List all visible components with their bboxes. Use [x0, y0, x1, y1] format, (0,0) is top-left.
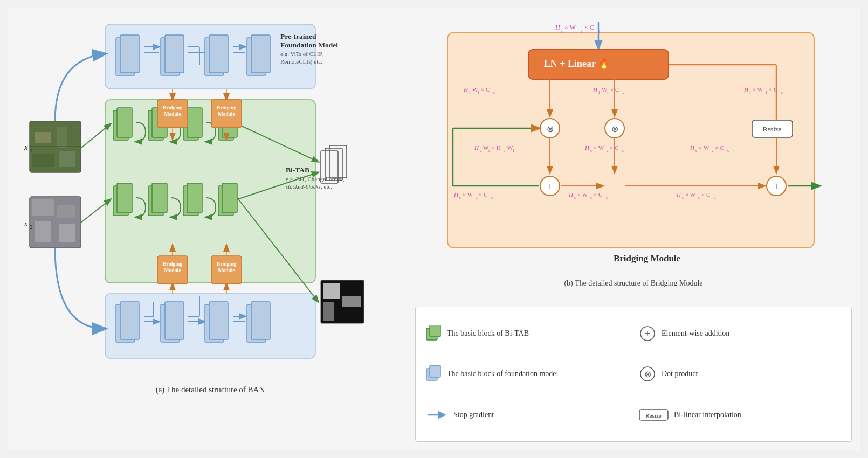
- svg-text:c: c: [714, 195, 716, 200]
- plus-circle-icon: +: [639, 325, 656, 342]
- svg-text:Bridging Module: Bridging Module: [614, 253, 681, 263]
- svg-text:Module: Module: [164, 112, 181, 117]
- legend-resize-label: Bi-linear interpolation: [674, 411, 741, 419]
- svg-text:1: 1: [30, 147, 33, 154]
- svg-text:c: c: [488, 148, 491, 153]
- svg-text:c: c: [695, 148, 698, 153]
- svg-text:c: c: [493, 90, 495, 95]
- svg-rect-6: [165, 35, 184, 73]
- svg-rect-66: [323, 302, 334, 321]
- svg-text:+: +: [774, 181, 779, 192]
- svg-text:× W: × W: [699, 144, 709, 151]
- svg-text:× C: × C: [584, 24, 594, 31]
- svg-text:c: c: [682, 195, 684, 200]
- svg-text:, etc.: , etc.: [321, 183, 332, 190]
- diagram-b-container: H f × W f × C f LN + Linear 🔥 H f W f × …: [415, 16, 852, 299]
- svg-text:H: H: [676, 191, 681, 198]
- legend-container: The basic block of Bi-TAB + Element-wise…: [415, 307, 852, 442]
- legend-times-label: Dot product: [662, 370, 698, 378]
- left-panel: Pre-trained Foundation Model e.g. ViTs o…: [16, 16, 404, 442]
- svg-text:f: f: [478, 90, 479, 95]
- svg-text:H: H: [463, 86, 469, 93]
- svg-rect-38: [187, 183, 202, 213]
- svg-text:× W: × W: [564, 24, 576, 31]
- svg-text:⊗: ⊗: [644, 370, 651, 379]
- svg-text:c: c: [606, 195, 608, 200]
- diagram-b-svg: H f × W f × C f LN + Linear 🔥 H f W f × …: [415, 16, 852, 296]
- svg-text:stacked-blocks: stacked-blocks: [286, 183, 321, 190]
- svg-text:× C: × C: [479, 191, 487, 198]
- svg-rect-73: [30, 197, 81, 248]
- svg-rect-62: [251, 302, 270, 339]
- svg-rect-34: [117, 183, 132, 213]
- svg-text:e.g. ViTs of CLIP,: e.g. ViTs of CLIP,: [280, 51, 323, 57]
- svg-text:c: c: [781, 90, 783, 95]
- svg-text:x: x: [24, 219, 28, 228]
- svg-rect-30: [187, 108, 202, 137]
- svg-rect-69: [30, 121, 81, 172]
- svg-rect-201: [430, 325, 440, 337]
- svg-rect-65: [342, 296, 361, 307]
- svg-text:× W: × W: [594, 144, 604, 151]
- svg-text:× W: × W: [685, 191, 696, 198]
- svg-text:c: c: [712, 148, 714, 153]
- svg-text:(b) The detailed structure of : (b) The detailed structure of Bridging M…: [564, 279, 702, 288]
- legend-item-plus: + Element-wise addition: [639, 325, 841, 342]
- svg-text:Module: Module: [218, 112, 235, 117]
- svg-text:f: f: [513, 148, 514, 153]
- svg-text:f: f: [598, 90, 600, 95]
- svg-text:f: f: [504, 148, 506, 153]
- diagram-a: Pre-trained Foundation Model e.g. ViTs o…: [22, 16, 399, 383]
- svg-text:2: 2: [30, 224, 33, 230]
- svg-text:Resize: Resize: [763, 125, 782, 133]
- svg-rect-58: [209, 302, 228, 339]
- svg-text:Pre-trained: Pre-trained: [280, 32, 316, 40]
- svg-text:c: c: [574, 195, 576, 200]
- legend-item-blue-arrow: Stop gradient: [426, 411, 628, 419]
- svg-text:e.g. BiT, ChangeFormer,: e.g. BiT, ChangeFormer,: [286, 176, 345, 182]
- svg-text:H: H: [568, 191, 574, 198]
- svg-text:c: c: [476, 195, 478, 200]
- svg-text:Foundation Model: Foundation Model: [280, 41, 338, 49]
- blue-arrow-icon: [426, 411, 448, 419]
- green-block-icon: [426, 325, 442, 342]
- svg-rect-20: [105, 100, 315, 283]
- svg-text:c: c: [459, 195, 461, 200]
- svg-text:LN + Linear 🔥: LN + Linear 🔥: [544, 58, 610, 70]
- svg-text:Resize: Resize: [645, 412, 661, 419]
- svg-text:× H: × H: [492, 144, 501, 151]
- legend-blue-arrow-label: Stop gradient: [453, 411, 494, 419]
- svg-text:RemoteCLIP, etc.: RemoteCLIP, etc.: [280, 58, 322, 65]
- svg-text:Bi-TAB: Bi-TAB: [286, 166, 309, 174]
- svg-text:Module: Module: [164, 268, 181, 273]
- svg-text:Bridging: Bridging: [163, 261, 182, 267]
- svg-text:× W: × W: [463, 191, 473, 198]
- svg-text:⊗: ⊗: [611, 124, 618, 134]
- svg-text:H: H: [453, 191, 459, 198]
- svg-text:f: f: [749, 90, 751, 95]
- legend-item-blue-block: The basic block of foundation model: [426, 365, 628, 383]
- svg-text:c: c: [590, 195, 593, 200]
- svg-rect-11: [209, 35, 228, 73]
- svg-text:H: H: [584, 144, 590, 151]
- svg-text:× W: × W: [753, 86, 763, 93]
- svg-text:c: c: [491, 195, 493, 200]
- legend-green-block-label: The basic block of Bi-TAB: [447, 329, 529, 338]
- svg-rect-2: [120, 35, 139, 73]
- legend-item-times: ⊗ Dot product: [639, 365, 841, 383]
- svg-text:Bridging: Bridging: [217, 105, 236, 110]
- svg-text:c: c: [480, 148, 482, 153]
- svg-text:c: c: [698, 195, 700, 200]
- svg-text:+: +: [645, 328, 650, 339]
- svg-text:× C: × C: [715, 144, 724, 151]
- right-panel: H f × W f × C f LN + Linear 🔥 H f W f × …: [415, 16, 852, 442]
- svg-rect-36: [152, 183, 167, 213]
- svg-text:Module: Module: [218, 268, 235, 273]
- svg-text:+: +: [547, 181, 553, 192]
- blue-block-icon: [426, 365, 442, 383]
- svg-text:Bridging: Bridging: [217, 261, 236, 267]
- times-circle-icon: ⊗: [639, 365, 656, 383]
- svg-text:c: c: [623, 90, 625, 95]
- svg-text:× W: × W: [577, 191, 588, 198]
- svg-text:f: f: [607, 90, 609, 95]
